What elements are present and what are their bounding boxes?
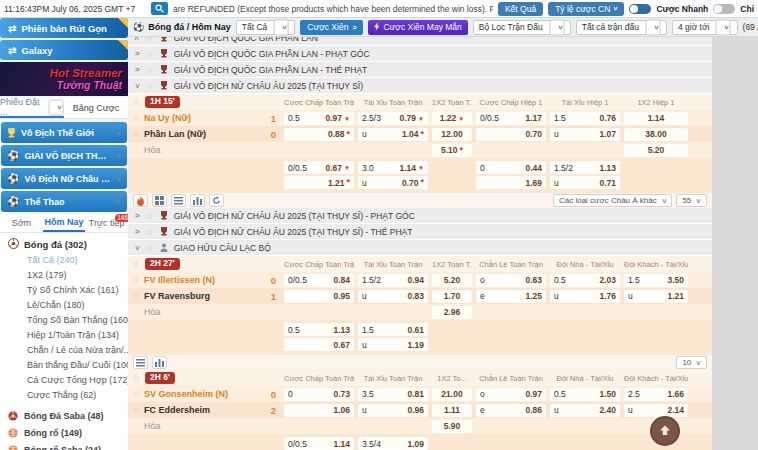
odds-cell[interactable]: o0.97 — [476, 388, 546, 401]
league-row[interactable]: GIẢI VÔ ĐỊCH QUỐC GIA PHẦN LAN - PHẠT GÓ… — [128, 46, 712, 61]
grid-button[interactable] — [152, 194, 167, 207]
galaxy-button[interactable]: ⇄ Galaxy — [0, 40, 128, 60]
odds-cell[interactable]: 2.96 — [432, 306, 472, 319]
odds-cell[interactable]: 1.5/21.13 — [550, 161, 620, 174]
favorite-star-icon[interactable] — [132, 373, 140, 383]
favorite-star-icon[interactable] — [132, 259, 140, 269]
odds-cell[interactable]: 00.44 — [476, 161, 546, 174]
list-button[interactable] — [133, 356, 148, 369]
odds-cell[interactable]: u1.76 — [550, 290, 620, 303]
market-select[interactable]: Tất Cả — [236, 20, 296, 35]
hours-select[interactable]: 4 giờ tới — [672, 20, 738, 35]
odds-cell[interactable]: u1.21 — [624, 290, 688, 303]
all-matches-select[interactable]: Tất cả trận đấu — [576, 20, 667, 35]
odds-cell[interactable]: 1.50.61 — [358, 323, 428, 336]
league-row[interactable]: GIẢI VÔ ĐỊCH NỮ CHÂU ÂU 2025 (TẠI THỤY S… — [128, 78, 712, 93]
promo-banner[interactable]: Hot Streamer Tường Thuật — [0, 62, 128, 96]
favorite-star-icon[interactable] — [132, 113, 140, 123]
odds-cell[interactable]: u1.07 — [550, 128, 620, 141]
sidebar-item-football[interactable]: Bóng đá (302) — [0, 236, 128, 253]
odds-cell[interactable]: 00.73 — [284, 388, 354, 401]
league-row[interactable]: GIẢI VÔ ĐỊCH NỮ CHÂU ÂU 2025 (TẠI THỤY S… — [128, 208, 712, 223]
bet-type-item[interactable]: 1X2 (179) — [0, 268, 128, 283]
bet-type-item[interactable]: Tỷ Số Chính Xác (161) — [0, 283, 128, 298]
favorite-star-icon[interactable] — [146, 37, 154, 43]
odds-cell[interactable]: u1.04 — [358, 128, 428, 141]
odds-cell[interactable]: e0.86 — [476, 404, 546, 417]
favorite-star-icon[interactable] — [146, 81, 154, 91]
odds-cell[interactable]: u1.19 — [358, 338, 428, 351]
odds-cell[interactable]: 38.00 — [624, 128, 688, 141]
scroll-to-top-button[interactable] — [650, 416, 680, 446]
sidebar-accordion[interactable]: ⚽Thể Thao — [1, 191, 127, 212]
subtab-hôm-nay[interactable]: Hôm Nay — [43, 214, 86, 232]
odds-cell[interactable]: u0.71 — [550, 176, 620, 189]
chart-button[interactable] — [152, 356, 167, 369]
favorite-star-icon[interactable] — [132, 129, 140, 139]
results-button[interactable]: Kết Quả — [498, 2, 543, 16]
sidebar-accordion[interactable]: ⚽Vô Địch Nữ Châu Âu — [1, 168, 127, 189]
chart-button[interactable] — [190, 194, 205, 207]
quick-bet-toggle[interactable] — [629, 4, 651, 14]
bet-type-item[interactable]: Lẻ/Chẵn (180) — [0, 298, 128, 313]
odds-cell[interactable]: 1.06 — [284, 404, 354, 417]
odds-cell[interactable]: 0/0.50.67 — [284, 161, 354, 174]
lucky-parlay-button[interactable]: Cược Xiên May Mắn — [368, 20, 467, 35]
odds-cell[interactable]: 5.20 — [432, 274, 472, 287]
favorite-star-icon[interactable] — [146, 211, 154, 221]
odds-cell[interactable]: u0.96 — [358, 404, 428, 417]
tab-bet-board[interactable]: Bảng Cược — [64, 98, 128, 118]
odds-cell[interactable]: e1.25 — [476, 290, 546, 303]
odds-cell[interactable]: 0/0.51.17 — [476, 112, 546, 125]
compact-version-button[interactable]: ⇄ Phiên bản Rút Gọn — [0, 18, 128, 38]
odds-cell[interactable]: 0.67 — [284, 338, 354, 351]
subtab-sớm[interactable]: Sớm — [0, 214, 43, 232]
refresh-button[interactable] — [209, 194, 224, 207]
league-row[interactable]: GIẢI VÔ ĐỊCH NỮ CHÂU ÂU 2025 (TẠI THỤY S… — [128, 224, 712, 239]
odds-cell[interactable]: 0.88 — [284, 128, 354, 141]
hot-button[interactable] — [133, 194, 148, 207]
match-filter-select[interactable]: Bộ Lọc Trận Đấu — [473, 20, 571, 35]
odds-cell[interactable]: 0.50.97 — [284, 112, 354, 125]
favorite-star-icon[interactable] — [146, 65, 154, 75]
odds-cell[interactable]: 5.20 — [624, 144, 688, 157]
odds-cell[interactable]: 0.52.03 — [550, 274, 620, 287]
favorite-star-icon[interactable] — [132, 291, 140, 301]
odds-cell[interactable]: 0.51.50 — [550, 388, 620, 401]
odds-cell[interactable]: 5.90 — [432, 420, 472, 433]
list-button[interactable] — [171, 194, 186, 207]
odds-cell[interactable]: u2.40 — [550, 404, 620, 417]
odds-cell[interactable]: 0.95 — [284, 290, 354, 303]
odds-cell[interactable]: o0.63 — [476, 274, 546, 287]
odds-cell[interactable]: 0/0.51.14 — [284, 437, 354, 450]
odds-type-button[interactable]: Tỷ lệ cược CN — [548, 2, 624, 16]
bet-type-item[interactable]: Chẵn / Lẻ của Nửa trận/... (124) — [0, 343, 128, 358]
sidebar-item-sport[interactable]: Bóng rổ Saba (24) — [0, 441, 128, 450]
sidebar-accordion[interactable]: ⚽GIẢI VÔ ĐỊCH THẾ GIỚI C... — [1, 145, 127, 166]
parlay-button[interactable]: Cược Xiên — [300, 20, 363, 35]
only-toggle[interactable] — [713, 4, 735, 14]
favorite-star-icon[interactable] — [146, 227, 154, 237]
odds-cell[interactable]: 1.50.76 — [550, 112, 620, 125]
favorite-star-icon[interactable] — [132, 97, 140, 107]
odds-cell[interactable]: 3.50.81 — [358, 388, 428, 401]
bet-type-item[interactable]: Bàn thắng Đầu/ Cuối (100) — [0, 358, 128, 373]
league-row[interactable]: GIẢI VÔ ĐỊCH QUỐC GIA PHẦN LAN — [128, 37, 712, 45]
odds-cell[interactable]: 2.5/30.79 — [358, 112, 428, 125]
favorite-star-icon[interactable] — [132, 405, 140, 415]
odds-cell[interactable]: 0.51.13 — [284, 323, 354, 336]
odds-cell[interactable]: 3.5/41.09 — [358, 437, 428, 450]
favorite-star-icon[interactable] — [146, 49, 154, 59]
sidebar-item-sport[interactable]: Bóng Đá Saba (48) — [0, 407, 128, 424]
favorite-star-icon[interactable] — [132, 389, 140, 399]
odds-cell[interactable]: 3.01.14 — [358, 161, 428, 174]
odds-cell[interactable]: 21.00 — [432, 388, 472, 401]
search-button[interactable] — [151, 2, 168, 15]
sidebar-accordion[interactable]: Vô Địch Thế Giới — [1, 122, 127, 143]
odds-cell[interactable]: 12.00 — [432, 128, 472, 141]
odds-cell[interactable]: 0/0.50.84 — [284, 274, 354, 287]
odds-cell[interactable]: 1.69 — [476, 176, 546, 189]
odds-cell[interactable]: u0.70 — [358, 176, 428, 189]
tab-bet-slip[interactable]: Phiếu Đặt ... — [0, 98, 64, 118]
odds-cell[interactable]: 1.22 — [432, 112, 472, 125]
